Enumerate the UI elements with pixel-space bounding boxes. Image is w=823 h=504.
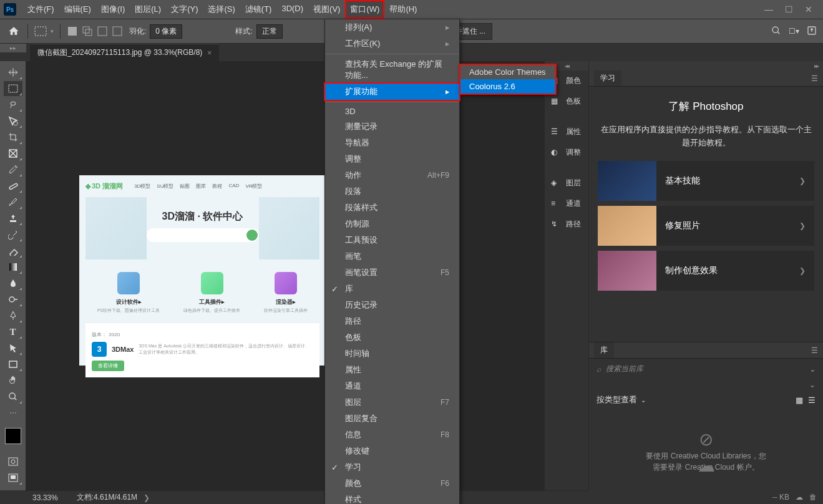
window-menu-item[interactable]: 段落 — [325, 183, 459, 200]
path-selection-tool[interactable] — [4, 341, 22, 356]
document-tab[interactable]: 微信截图_20240927115113.jpg @ 33.3%(RGB/8) × — [30, 44, 219, 61]
edit-toolbar-button[interactable]: ⋯ — [4, 405, 22, 420]
menu-视图v[interactable]: 视图(V) — [308, 0, 345, 19]
clone-stamp-tool[interactable] — [4, 211, 22, 226]
document-size[interactable]: 文档:4.61M/4.61M — [77, 492, 137, 503]
dodge-tool[interactable] — [4, 292, 22, 307]
marquee-tool[interactable] — [4, 81, 22, 96]
learn-tab[interactable]: 学习 — [594, 70, 621, 86]
window-menu-item[interactable]: 属性 — [325, 362, 459, 378]
menu-窗口w[interactable]: 窗口(W) — [345, 0, 384, 19]
learn-card[interactable]: 修复照片❯ — [598, 206, 814, 246]
window-menu-item[interactable]: 修改键 — [325, 443, 459, 459]
window-menu-item[interactable]: 调整 — [325, 151, 459, 167]
window-menu-item[interactable]: 3D — [325, 104, 459, 119]
menu-文字y[interactable]: 文字(Y) — [166, 0, 203, 19]
canvas-area[interactable]: 3D 溜溜网 3D模型SU模型贴图图库教程CADVR模型 3D溜溜 · 软件中心… — [26, 61, 545, 490]
share-icon[interactable] — [807, 26, 817, 37]
rectangle-tool[interactable] — [4, 357, 22, 372]
menu-图层l[interactable]: 图层(L) — [130, 0, 166, 19]
window-menu-item[interactable]: 色板 — [325, 329, 459, 346]
window-menu-item[interactable]: 工作区(K) — [325, 36, 459, 52]
marquee-tool-icon[interactable]: ▾ — [34, 26, 54, 36]
window-menu-item[interactable]: 测量记录 — [325, 119, 459, 135]
window-menu-item[interactable]: 颜色F6 — [325, 475, 459, 492]
hand-tool[interactable] — [4, 373, 22, 388]
panel-shortcut-图层[interactable]: ◈图层 — [545, 173, 588, 193]
zoom-level[interactable]: 33.33% — [32, 493, 58, 502]
foreground-color[interactable] — [5, 428, 21, 444]
lasso-tool[interactable] — [4, 97, 22, 112]
window-menu-item[interactable]: 导航器 — [325, 135, 459, 151]
learn-card[interactable]: 制作创意效果❯ — [598, 251, 814, 291]
window-menu-item[interactable]: 图层复合 — [325, 410, 459, 427]
panel-shortcut-路径[interactable]: ↯路径 — [545, 214, 588, 235]
library-menu-icon[interactable]: ☰ — [811, 346, 818, 355]
quick-mask-toggle[interactable] — [4, 454, 22, 469]
window-menu-item[interactable]: 通道 — [325, 378, 459, 394]
menu-选择s[interactable]: 选择(S) — [203, 0, 240, 19]
window-menu-item[interactable]: 历史记录 — [325, 297, 459, 313]
panel-menu-icon[interactable]: ☰ — [811, 74, 818, 83]
trash-icon[interactable]: 🗑 — [809, 493, 817, 502]
healing-brush-tool[interactable] — [4, 178, 22, 193]
window-menu-item[interactable]: 学习 — [325, 459, 459, 475]
zoom-tool[interactable] — [4, 389, 22, 404]
feather-input[interactable]: 0 像素 — [150, 24, 182, 39]
frame-tool[interactable] — [4, 146, 22, 161]
chevron-down-icon[interactable]: ⌄ — [809, 365, 816, 374]
move-tool[interactable] — [4, 65, 22, 80]
window-menu-item[interactable]: 信息F8 — [325, 427, 459, 443]
window-menu-item[interactable]: 画笔 — [325, 248, 459, 264]
crop-tool[interactable] — [4, 130, 22, 145]
screen-mode-toggle[interactable] — [4, 470, 22, 485]
list-view-icon[interactable]: ☰ — [808, 395, 816, 405]
menu-图像i[interactable]: 图像(I) — [96, 0, 130, 19]
status-arrow-icon[interactable]: ❯ — [144, 493, 150, 502]
collapse-learn-panel-button[interactable]: ▸▸ — [589, 61, 823, 70]
library-tab[interactable]: 库 — [594, 342, 614, 358]
window-menu-item[interactable]: 时间轴 — [325, 346, 459, 362]
search-icon[interactable] — [771, 26, 781, 37]
home-icon[interactable] — [6, 24, 21, 39]
library-view-mode[interactable]: 按类型查看⌄ ▦ ☰ — [589, 390, 823, 409]
menu-编辑e[interactable]: 编辑(E) — [59, 0, 96, 19]
window-menu-item[interactable]: 路径 — [325, 313, 459, 329]
style-select[interactable]: 正常 — [256, 24, 283, 39]
minimize-button[interactable]: — — [764, 5, 773, 14]
window-menu-item[interactable]: 图层F7 — [325, 394, 459, 410]
type-tool[interactable]: T — [4, 324, 22, 339]
eyedropper-tool[interactable] — [4, 162, 22, 177]
selection-mode-buttons[interactable] — [67, 26, 123, 37]
learn-card[interactable]: 基本技能❯ — [598, 161, 814, 201]
window-menu-item[interactable]: 库 — [325, 281, 459, 297]
workspace-switcher-icon[interactable]: ☐▾ — [789, 27, 799, 36]
window-menu-item[interactable]: 样式 — [325, 492, 459, 504]
menu-文件f[interactable]: 文件(F) — [22, 0, 59, 19]
window-menu-item[interactable]: 扩展功能 — [324, 82, 460, 101]
panel-shortcut-通道[interactable]: ≡通道 — [545, 193, 588, 214]
close-button[interactable]: ✕ — [804, 5, 813, 14]
eraser-tool[interactable] — [4, 243, 22, 258]
maximize-button[interactable]: ☐ — [784, 5, 793, 14]
cloud-sync-icon[interactable]: ☁ — [796, 493, 803, 502]
window-menu-item[interactable]: 段落样式 — [325, 200, 459, 216]
panel-shortcut-属性[interactable]: ☰属性 — [545, 122, 588, 142]
menu-滤镜t[interactable]: 滤镜(T) — [240, 0, 277, 19]
gradient-tool[interactable] — [4, 259, 22, 274]
window-menu-item[interactable]: 画笔设置F5 — [325, 264, 459, 281]
extension-item[interactable]: Coolorus 2.6 — [460, 79, 555, 94]
grid-view-icon[interactable]: ▦ — [796, 395, 803, 405]
quick-selection-tool[interactable] — [4, 114, 22, 128]
menu-3dd[interactable]: 3D(D) — [276, 0, 308, 19]
blur-tool[interactable] — [4, 276, 22, 291]
menu-帮助h[interactable]: 帮助(H) — [384, 0, 422, 19]
window-menu-item[interactable]: 排列(A) — [325, 19, 459, 36]
window-menu-item[interactable]: 仿制源 — [325, 216, 459, 232]
toolbar-expand-button[interactable]: ▸▸ — [0, 44, 26, 52]
history-brush-tool[interactable] — [4, 227, 22, 242]
panel-shortcut-调整[interactable]: ◐调整 — [545, 142, 588, 163]
expand-down-icon[interactable]: ⌄ — [589, 379, 823, 390]
window-menu-item[interactable]: 查找有关 Exchange 的扩展功能... — [325, 56, 459, 84]
pen-tool[interactable] — [4, 308, 22, 323]
